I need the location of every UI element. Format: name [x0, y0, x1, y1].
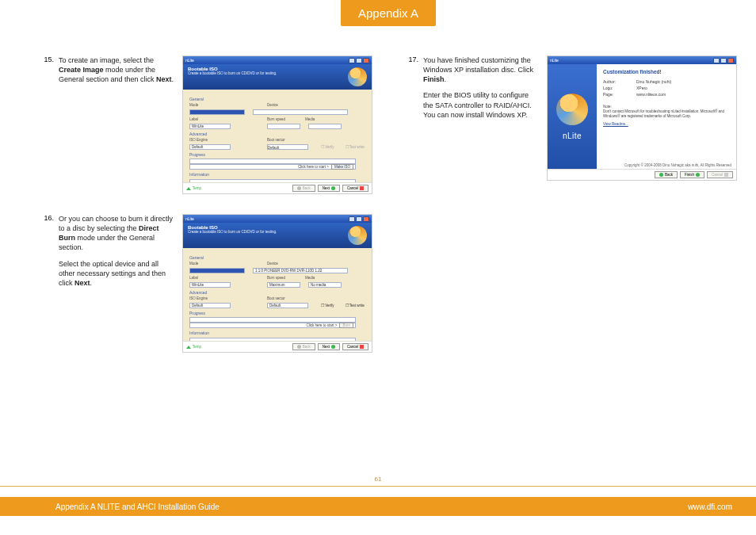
back-button[interactable]: Back [292, 185, 315, 192]
speed-select[interactable] [267, 124, 300, 129]
page-number: 61 [0, 476, 756, 483]
step-text: Or you can choose to burn it directly to… [59, 214, 174, 353]
speed-select[interactable]: Maximum [267, 282, 300, 288]
finish-button[interactable]: Finish [680, 171, 704, 178]
label-boot-sector: Boot sector [267, 296, 297, 300]
minimize-icon[interactable] [349, 216, 355, 222]
iso-engine-select[interactable]: Default [189, 303, 231, 308]
separator [0, 486, 756, 487]
minimize-icon[interactable] [713, 58, 720, 63]
verify-checkbox[interactable]: Verify [325, 145, 334, 149]
left-column: 15. To create an image, select the Creat… [40, 55, 372, 373]
label-device: Device [267, 103, 297, 107]
close-icon[interactable] [363, 58, 369, 63]
step-17: 17. You have finished customizing the Wi… [404, 55, 737, 181]
burn-button[interactable]: Burn [339, 323, 353, 328]
label-label: Label [189, 276, 220, 280]
maximize-icon[interactable] [356, 216, 362, 222]
action-bar: Click here to start >Burn [189, 323, 356, 328]
step-number: 15. [40, 55, 54, 194]
label-mode: Mode [189, 262, 220, 266]
bold: Next [156, 75, 172, 83]
step-15: 15. To create an image, select the Creat… [40, 55, 372, 194]
nlite-logo-icon [556, 94, 588, 125]
text: . [90, 279, 93, 287]
wizard-banner: Bootable ISO Create a bootable ISO to bu… [183, 223, 372, 248]
value: No media [311, 283, 326, 287]
temp-indicator: Temp [186, 186, 201, 190]
cancel-button[interactable]: Cancel [342, 185, 368, 192]
window-title: nLite [185, 58, 194, 63]
section-information: Information [189, 172, 365, 177]
close-icon[interactable] [727, 58, 734, 63]
screenshot-direct-burn: nLite Bootable ISO Create a bootable ISO… [182, 214, 372, 353]
back-button[interactable]: Back [655, 171, 678, 178]
device-value: 1:1:0 PIONEER DVD-RW DVR-110D 1.22 [255, 269, 322, 273]
section-progress: Progress [189, 311, 365, 315]
window-titlebar: nLite [183, 215, 372, 223]
testwrite-checkbox[interactable]: Test write [349, 145, 365, 149]
section-advanced: Advanced [189, 132, 365, 136]
label-input[interactable]: WinLite [189, 124, 231, 129]
window-title: nLite [185, 216, 194, 221]
nlite-logo-icon [348, 67, 367, 86]
label-device: Device [267, 262, 297, 266]
label-burn-speed: Burn speed [267, 276, 297, 280]
verify-checkbox[interactable]: Verify [325, 304, 334, 308]
label-iso-engine: ISO Engine [189, 296, 220, 300]
right-column: 17. You have finished customizing the Wi… [404, 55, 737, 373]
label-burn-speed: Burn speed [267, 117, 297, 121]
minimize-icon[interactable] [349, 58, 355, 63]
brand-text: nLite [563, 132, 582, 140]
mode-select[interactable] [189, 268, 245, 273]
testwrite-checkbox[interactable]: Test write [349, 304, 365, 308]
screenshot-finish: nLite nLite Customization finished! Auth… [547, 55, 737, 181]
label-media: Media [305, 276, 335, 280]
back-button[interactable]: Back [292, 343, 315, 350]
banner-subtitle: Create a bootable ISO to burn on CD/DVD … [188, 230, 367, 234]
step-text: You have finished customizing the Window… [423, 55, 539, 181]
step-text: To create an image, select the Create Im… [59, 55, 174, 194]
maximize-icon[interactable] [720, 58, 727, 63]
device-select[interactable]: 1:1:0 PIONEER DVD-RW DVR-110D 1.22 [253, 268, 348, 273]
banner-subtitle: Create a bootable ISO to burn on CD/DVD … [188, 71, 367, 75]
finish-main: Customization finished! Author:Dino Nuha… [597, 64, 736, 169]
iso-engine-select[interactable]: Default [189, 144, 231, 150]
text: You have finished customizing the Window… [423, 56, 533, 74]
value: WinLite [192, 283, 204, 287]
window-title: nLite [550, 58, 559, 63]
step-number: 17. [404, 55, 418, 181]
close-icon[interactable] [363, 216, 369, 222]
maximize-icon[interactable] [356, 58, 362, 63]
section-progress: Progress [189, 152, 365, 157]
readme-link[interactable]: View Readme... [603, 122, 730, 127]
cancel-button: Cancel [707, 171, 733, 178]
value: Default [268, 146, 279, 150]
step-number: 16. [40, 214, 54, 353]
make-iso-button[interactable]: Make ISO [331, 164, 353, 170]
next-button[interactable]: Next [318, 185, 340, 192]
label-input[interactable]: WinLite [189, 282, 231, 288]
progress-bar [189, 317, 356, 323]
temp-label: Temp [193, 345, 201, 349]
value: Default [269, 304, 281, 308]
section-general: General [189, 97, 365, 101]
finish-sidebar: nLite [548, 64, 597, 169]
device-select[interactable] [253, 109, 348, 115]
cancel-button[interactable]: Cancel [342, 343, 368, 350]
page-key: Page: [603, 92, 636, 97]
action-bar: Click here to start >Make ISO [189, 164, 356, 170]
boot-sector-select[interactable]: Default [267, 144, 308, 150]
value: Default [192, 304, 203, 308]
start-hint: Click here to start > [298, 165, 329, 169]
section-information: Information [189, 331, 365, 335]
label-iso-engine: ISO Engine [189, 138, 220, 142]
bold: Next [74, 279, 90, 287]
bold: Finish [423, 75, 445, 83]
progress-bar [189, 159, 356, 164]
boot-sector-select[interactable]: Default [267, 303, 308, 308]
next-button[interactable]: Next [318, 343, 340, 350]
mode-select[interactable] [189, 109, 245, 115]
section-general: General [189, 255, 365, 260]
nlite-logo-icon [348, 226, 367, 245]
